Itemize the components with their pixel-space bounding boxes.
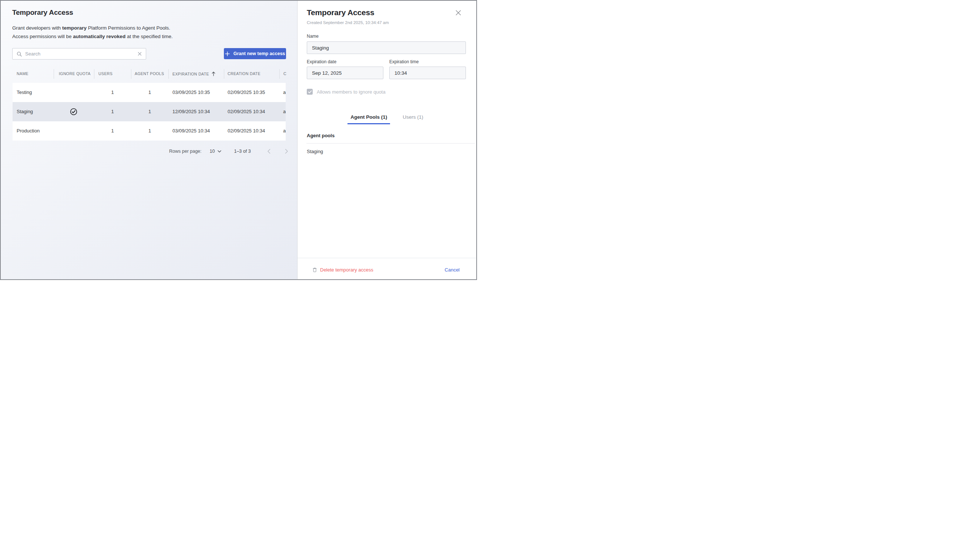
column-header-users[interactable]: USERS — [98, 72, 112, 76]
rows-per-page-label: Rows per page: — [169, 149, 202, 154]
cell-agent-pools: 1 — [131, 121, 168, 140]
tab-users[interactable]: Users (1) — [400, 114, 426, 124]
name-field[interactable] — [307, 41, 466, 54]
created-timestamp: Created September 2nd 2025, 10:34:47 am — [307, 20, 389, 25]
cell-creation-date: 02/09/2025 10:35 — [228, 83, 265, 102]
rows-per-page-select[interactable]: 10 — [210, 149, 222, 154]
ignore-quota-checkbox-row: Allows members to ignore quota — [307, 89, 386, 95]
column-divider — [54, 69, 54, 79]
column-divider — [94, 69, 94, 79]
agent-pools-heading: Agent pools — [307, 133, 335, 138]
chevron-left-icon — [267, 149, 271, 154]
search-icon — [17, 51, 22, 57]
column-divider — [224, 69, 224, 79]
column-header-clipped[interactable]: C — [284, 72, 287, 76]
column-header-expiration-date[interactable]: EXPIRATION DATE — [173, 72, 216, 76]
cell-expiration-date: 03/09/2025 10:34 — [173, 121, 210, 140]
description-line-1: Grant developers with temporary Platform… — [12, 24, 173, 32]
chevron-down-icon — [218, 150, 221, 153]
expiration-time-field[interactable] — [389, 67, 466, 79]
pagination: Rows per page: 10 1–3 of 3 — [169, 147, 292, 156]
table-row-testing[interactable]: Testing 1 1 03/09/2025 10:35 02/09/2025 … — [12, 83, 286, 102]
cell-name: Production — [17, 121, 40, 140]
column-divider — [279, 69, 280, 79]
cell-users: 1 — [94, 121, 131, 140]
cell-agent-pools: 1 — [131, 83, 168, 102]
cell-expiration-date: 12/09/2025 10:34 — [173, 102, 210, 121]
pagination-range: 1–3 of 3 — [234, 149, 251, 154]
chevron-right-icon — [285, 149, 288, 154]
page-title: Temporary Access — [12, 8, 73, 17]
cell-name: Testing — [17, 83, 32, 102]
tab-agent-pools[interactable]: Agent Pools (1) — [348, 114, 390, 124]
cell-ignore-quota — [53, 102, 94, 121]
column-header-name[interactable]: NAME — [17, 72, 28, 76]
table-body: Testing 1 1 03/09/2025 10:35 02/09/2025 … — [12, 83, 286, 140]
cell-clipped: a — [283, 83, 286, 102]
check-circle-icon — [70, 108, 77, 115]
agent-pool-list-item: Staging — [307, 149, 323, 154]
temporary-access-drawer: Temporary Access Created September 2nd 2… — [297, 1, 476, 279]
expiration-time-label: Expiration time — [389, 59, 419, 64]
ignore-quota-checkbox-label: Allows members to ignore quota — [317, 89, 386, 95]
ignore-quota-checkbox — [307, 89, 313, 95]
checkbox-check-icon — [308, 90, 312, 93]
column-divider — [168, 69, 169, 79]
column-header-creation-date[interactable]: CREATION DATE — [228, 72, 260, 76]
cell-agent-pools: 1 — [131, 102, 168, 121]
table-header: NAME IGNORE QUOTA USERS AGENT POOLS EXPI… — [12, 68, 291, 79]
temporary-access-page: Temporary Access Grant developers with t… — [1, 1, 297, 279]
drawer-tabs: Agent Pools (1) Users (1) — [298, 114, 476, 124]
cell-users: 1 — [94, 102, 131, 121]
previous-page-button[interactable] — [264, 147, 274, 156]
description-line-2: Access permissions will be automatically… — [12, 32, 173, 41]
cell-users: 1 — [94, 83, 131, 102]
column-header-ignore-quota[interactable]: IGNORE QUOTA — [59, 72, 90, 76]
expiration-date-label: Expiration date — [307, 59, 337, 64]
section-divider — [306, 143, 475, 143]
cell-name: Staging — [17, 102, 33, 121]
grant-new-temp-access-button[interactable]: Grant new temp access — [224, 48, 286, 59]
sort-ascending-icon — [211, 72, 216, 76]
page-description: Grant developers with temporary Platform… — [12, 24, 173, 41]
cell-expiration-date: 03/09/2025 10:35 — [173, 83, 210, 102]
cell-creation-date: 02/09/2025 10:34 — [228, 121, 265, 140]
name-field-label: Name — [307, 34, 319, 39]
next-page-button[interactable] — [282, 147, 292, 156]
close-drawer-icon[interactable] — [453, 8, 463, 17]
trash-icon — [313, 268, 317, 272]
expiration-date-field[interactable] — [307, 67, 383, 79]
drawer-footer: Delete temporary access Cancel — [298, 258, 476, 279]
drawer-title: Temporary Access — [307, 8, 374, 17]
column-divider — [131, 69, 131, 79]
cancel-button[interactable]: Cancel — [445, 267, 460, 272]
table-row-production[interactable]: Production 1 1 03/09/2025 10:34 02/09/20… — [12, 121, 286, 140]
column-header-agent-pools[interactable]: AGENT POOLS — [135, 72, 164, 76]
clear-search-icon[interactable] — [138, 52, 142, 56]
search-box — [12, 48, 146, 59]
cell-clipped: a — [283, 102, 286, 121]
plus-icon — [225, 51, 230, 56]
search-input[interactable] — [25, 51, 134, 57]
table-row-staging[interactable]: Staging 1 1 12/09/2025 10:34 02/09/2025 … — [12, 102, 286, 121]
cell-clipped: a — [283, 121, 286, 140]
cell-creation-date: 02/09/2025 10:34 — [228, 102, 265, 121]
delete-temporary-access-button[interactable]: Delete temporary access — [313, 267, 373, 272]
